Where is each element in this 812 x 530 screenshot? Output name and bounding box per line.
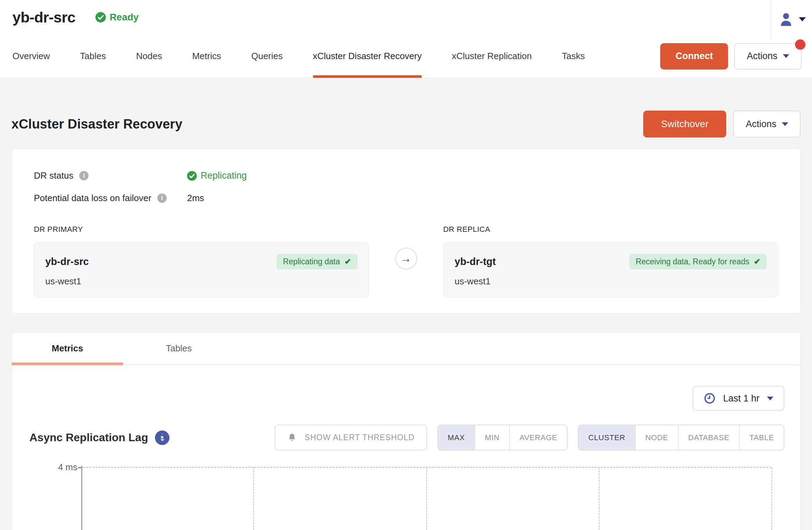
check-icon: ✔ [754,257,760,266]
user-menu[interactable] [771,0,812,39]
page-title-row: xCluster Disaster Recovery Switchover Ac… [11,78,801,138]
info-icon[interactable]: i [157,193,167,203]
aggregation-max[interactable]: MAX [438,425,474,450]
metric-title-group: Async Replication Lag [29,430,169,445]
app-window: yb-dr-src Ready Overview Tables Nodes Me… [0,0,812,530]
metric-title-text: Async Replication Lag [29,431,148,444]
tab-nodes[interactable]: Nodes [136,35,162,78]
tab-xcluster-replication[interactable]: xCluster Replication [452,35,532,78]
page-title-buttons: Switchover Actions [643,111,801,138]
universe-status-label: Ready [110,12,139,23]
data-loss-value: 2ms [187,193,778,204]
page-title: xCluster Disaster Recovery [11,117,182,132]
tab-tasks[interactable]: Tasks [562,35,585,78]
tab-xcluster-disaster-recovery[interactable]: xCluster Disaster Recovery [313,35,422,78]
dr-status-value: Replicating [187,170,778,181]
tab-overview[interactable]: Overview [12,35,50,78]
dr-status-card: DR status i Replicating Potential data l… [11,149,801,314]
dr-replica-region: us-west1 [455,276,767,287]
dr-status-label-group: DR status i [34,170,187,181]
check-circle-icon [187,171,197,181]
dr-primary-card-top: yb-dr-src Replicating data ✔ [45,254,358,269]
time-range-label: Last 1 hr [723,393,759,404]
info-icon[interactable]: i [79,171,89,180]
dr-primary-region: us-west1 [45,276,358,287]
metrics-inner-tabs: Metrics Tables [12,332,800,365]
dr-clusters-row: DR PRIMARY yb-dr-src Replicating data ✔ … [34,225,778,297]
dr-replica-column: DR REPLICA yb-dr-tgt Receiving data, Rea… [443,225,778,297]
dr-primary-section-label: DR PRIMARY [34,225,369,234]
prometheus-icon[interactable] [155,430,169,445]
gridline-horizontal [83,467,771,468]
notification-dot [795,39,805,50]
dr-primary-name: yb-dr-src [45,256,89,267]
aggregation-min[interactable]: MIN [474,425,509,450]
switchover-button[interactable]: Switchover [643,111,727,138]
time-range-selector[interactable]: Last 1 hr [693,386,784,411]
dr-status-label: DR status [34,170,73,181]
dr-primary-card[interactable]: yb-dr-src Replicating data ✔ us-west1 [34,242,369,297]
universe-actions-button[interactable]: Actions [734,43,802,69]
dr-status-row: DR status i Replicating [34,170,778,181]
dr-replica-name: yb-dr-tgt [455,256,496,267]
data-loss-label: Potential data loss on failover [34,193,151,204]
arrow-right-icon: → [395,248,417,269]
universe-status-badge: Ready [95,12,139,23]
arrow-right-glyph: → [401,253,412,265]
metrics-card: Metrics Tables Last 1 hr Async Replicati… [11,332,801,530]
tab-metrics-inner[interactable]: Metrics [12,332,123,365]
dr-status-value-text: Replicating [201,170,247,181]
data-loss-row: Potential data loss on failover i 2ms [34,193,778,204]
page-body: xCluster Disaster Recovery Switchover Ac… [0,78,812,530]
chevron-down-icon [782,122,788,126]
dr-actions-button[interactable]: Actions [733,111,801,138]
aggregation-average[interactable]: AVERAGE [509,425,567,450]
scope-database[interactable]: DATABASE [678,425,739,450]
dr-replica-card-top: yb-dr-tgt Receiving data, Ready for read… [455,254,767,269]
chevron-down-icon [767,397,773,400]
gridline-vertical [426,467,427,530]
nav-tabs: Overview Tables Nodes Metrics Queries xC… [12,35,615,78]
clock-icon [704,392,716,404]
user-avatar-icon [778,11,794,28]
dr-primary-badge-text: Replicating data [283,257,340,266]
aggregation-toggle-group: MAX MIN AVERAGE [437,425,568,451]
dr-replica-status-badge: Receiving data, Ready for reads ✔ [629,254,767,269]
gridline-vertical [599,467,600,530]
universe-nav: Overview Tables Nodes Metrics Queries xC… [0,35,812,78]
dr-primary-column: DR PRIMARY yb-dr-src Replicating data ✔ … [34,225,369,297]
replication-direction: → [369,248,443,269]
universe-header: yb-dr-src Ready [0,0,812,35]
check-icon: ✔ [344,257,351,266]
dr-replica-card[interactable]: yb-dr-tgt Receiving data, Ready for read… [443,242,778,297]
metric-controls: SHOW ALERT THRESHOLD MAX MIN AVERAGE CLU… [275,425,784,451]
gridline-vertical [771,467,772,530]
tab-queries[interactable]: Queries [251,35,283,78]
nav-actions: Connect Actions [660,43,802,69]
scope-table[interactable]: TABLE [739,425,784,450]
dr-replica-section-label: DR REPLICA [443,225,778,234]
show-alert-threshold-label: SHOW ALERT THRESHOLD [305,433,415,442]
data-loss-label-group: Potential data loss on failover i [34,193,187,204]
show-alert-threshold-button[interactable]: SHOW ALERT THRESHOLD [275,425,427,451]
tab-metrics[interactable]: Metrics [192,35,221,78]
scope-node[interactable]: NODE [635,425,678,450]
gridline-vertical [253,467,254,530]
check-circle-icon [95,12,106,22]
chevron-down-icon [799,17,806,21]
y-axis-tick-label: 4 ms [41,462,77,473]
dr-primary-status-badge: Replicating data ✔ [277,254,357,269]
tab-tables-inner[interactable]: Tables [123,332,234,365]
chevron-down-icon [783,54,789,58]
dr-actions-label: Actions [746,119,776,130]
scope-cluster[interactable]: CLUSTER [579,425,635,450]
replication-lag-chart: 4 ms [12,451,800,530]
connect-button[interactable]: Connect [660,43,728,69]
universe-name: yb-dr-src [12,9,75,26]
scope-toggle-group: CLUSTER NODE DATABASE TABLE [578,425,784,451]
bell-icon [287,433,297,443]
y-axis-line [81,466,82,530]
timerange-row: Last 1 hr [12,365,800,411]
tab-tables[interactable]: Tables [80,35,106,78]
universe-actions-label: Actions [747,51,777,61]
